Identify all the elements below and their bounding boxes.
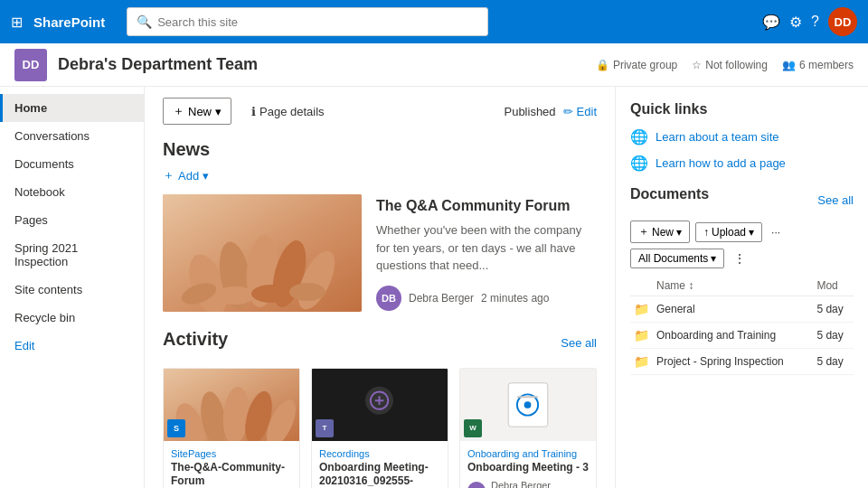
col-name: Name ↕: [653, 276, 813, 296]
page-toolbar: ＋ New ▾ ℹ Page details Published ✏ Edit: [163, 98, 597, 125]
news-section: News ＋ Add ▾: [163, 139, 597, 314]
col-mod: Mod: [813, 276, 854, 296]
docs-all-docs-button[interactable]: All Documents ▾: [630, 249, 724, 268]
activity-cards: S SitePages The-Q&A-Community-Forum DB D…: [163, 368, 597, 489]
folder-mod-2: 5 day: [813, 323, 854, 349]
documents-label: Documents: [14, 157, 74, 171]
card-avatar-3: DB: [467, 482, 486, 488]
svg-point-22: [524, 401, 532, 408]
chat-icon[interactable]: 💬: [762, 14, 780, 31]
docs-more-button[interactable]: ···: [768, 223, 784, 241]
docs-view-button[interactable]: ⋮: [730, 249, 750, 268]
follow-meta[interactable]: ☆ Not following: [692, 59, 768, 71]
card-badge-1: S: [167, 419, 185, 437]
user-avatar[interactable]: DD: [828, 7, 857, 36]
folder-icon-cell-1: 📁: [630, 296, 653, 323]
top-nav-actions: 💬 ⚙ ? DD: [762, 7, 857, 36]
sort-icon: ↕: [688, 279, 693, 292]
waffle-icon[interactable]: ⊞: [11, 14, 23, 31]
news-article-title[interactable]: The Q&A Community Forum: [376, 198, 597, 214]
activity-see-all[interactable]: See all: [561, 336, 597, 350]
card-thumb-3: W: [460, 369, 596, 441]
chevron-icon: ▾: [676, 226, 682, 239]
new-button[interactable]: ＋ New ▾: [163, 98, 231, 125]
card-category-3: Onboarding and Training: [467, 448, 589, 459]
activity-card-2[interactable]: T Recordings Onboarding Meeting-20210316…: [311, 368, 448, 489]
edit-button[interactable]: ✏ Edit: [563, 105, 597, 118]
sidebar-item-pages[interactable]: Pages: [0, 206, 144, 234]
globe-icon-1: 🌐: [630, 128, 648, 145]
sidebar-item-spring[interactable]: Spring 2021 Inspection: [0, 234, 144, 276]
notebook-label: Notebook: [14, 185, 65, 199]
members-meta[interactable]: 👥 6 members: [782, 59, 854, 71]
sidebar-item-recycle-bin[interactable]: Recycle bin: [0, 304, 144, 332]
people-icon: 👥: [782, 59, 796, 71]
card-category-1: SitePages: [171, 448, 292, 459]
table-row-2[interactable]: 📁 Onboarding and Training 5 day: [630, 323, 854, 349]
add-label: Add: [178, 169, 199, 183]
search-input[interactable]: [157, 15, 478, 29]
news-author-row: DB Debra Berger 2 minutes ago: [376, 286, 597, 311]
quick-link-label-2: Learn how to add a page: [656, 156, 786, 170]
news-title: News: [163, 139, 597, 160]
search-bar: 🔍: [127, 7, 488, 36]
author-avatar: DB: [376, 286, 401, 311]
published-status: Published ✏ Edit: [504, 105, 597, 118]
site-meta: 🔒 Private group ☆ Not following 👥 6 memb…: [596, 59, 854, 71]
quick-links-section: Quick links 🌐 Learn about a team site 🌐 …: [630, 101, 854, 172]
table-row-1[interactable]: 📁 General 5 day: [630, 296, 854, 323]
sidebar-item-site-contents[interactable]: Site contents: [0, 276, 144, 304]
chevron-icon: ▾: [749, 226, 754, 239]
card-meta-3: Debra Berger Edited 8 hours ago: [491, 480, 574, 488]
activity-card-3[interactable]: W Onboarding and Training Onboarding Mee…: [459, 368, 597, 489]
col-icon: [630, 276, 653, 296]
quick-link-2[interactable]: 🌐 Learn how to add a page: [630, 155, 854, 172]
svg-point-9: [289, 283, 326, 301]
card-badge-2: T: [316, 419, 334, 437]
card-body-3: Onboarding and Training Onboarding Meeti…: [460, 441, 596, 489]
chevron-down-icon: ▾: [215, 105, 222, 118]
conversations-label: Conversations: [14, 129, 90, 143]
card-category-2: Recordings: [319, 448, 440, 459]
chevron-icon: ▾: [711, 252, 716, 265]
sidebar-item-conversations[interactable]: Conversations: [0, 122, 144, 150]
globe-icon-2: 🌐: [630, 155, 648, 172]
news-add-row[interactable]: ＋ Add ▾: [163, 167, 597, 183]
news-image: [163, 194, 362, 312]
folder-mod-1: 5 day: [813, 296, 854, 323]
page-details-button[interactable]: ℹ Page details: [242, 100, 334, 123]
top-nav: ⊞ SharePoint 🔍 💬 ⚙ ? DD: [0, 0, 868, 43]
sidebar-item-edit[interactable]: Edit: [0, 332, 144, 360]
activity-title: Activity: [163, 329, 228, 350]
help-icon[interactable]: ?: [811, 14, 819, 30]
sidebar-item-home[interactable]: Home: [0, 94, 144, 122]
chevron-down-icon: ▾: [203, 169, 209, 183]
spring-label: Spring 2021 Inspection: [14, 241, 129, 268]
folder-name-2: Onboarding and Training: [653, 323, 813, 349]
docs-header: Documents See all: [630, 186, 854, 213]
table-row-3[interactable]: 📁 Project - Spring Inspection 5 day: [630, 349, 854, 375]
author-name: Debra Berger: [409, 292, 474, 305]
card-author-3: DB Debra Berger Edited 8 hours ago: [467, 480, 589, 488]
layout: Home Conversations Documents Notebook Pa…: [0, 87, 868, 488]
activity-section: Activity See all: [163, 329, 597, 489]
news-content: The Q&A Community Forum Whether you've b…: [376, 194, 597, 314]
quick-link-1[interactable]: 🌐 Learn about a team site: [630, 128, 854, 145]
published-label: Published: [504, 105, 555, 118]
svg-point-8: [251, 285, 291, 303]
info-icon: ℹ: [251, 105, 256, 118]
activity-card-1[interactable]: S SitePages The-Q&A-Community-Forum DB D…: [163, 368, 300, 489]
edit-label: Edit: [14, 339, 34, 352]
settings-icon[interactable]: ⚙: [789, 14, 802, 31]
privacy-meta: 🔒 Private group: [596, 59, 677, 71]
docs-upload-button[interactable]: ↑ Upload ▾: [695, 222, 762, 242]
card-thumb-1: S: [164, 369, 299, 441]
sidebar-item-notebook[interactable]: Notebook: [0, 178, 144, 206]
site-contents-label: Site contents: [14, 283, 82, 296]
sidebar-item-documents[interactable]: Documents: [0, 150, 144, 178]
docs-new-button[interactable]: ＋ New ▾: [630, 221, 690, 243]
home-label: Home: [14, 101, 47, 115]
docs-see-all[interactable]: See all: [817, 193, 854, 207]
star-icon: ☆: [692, 59, 702, 71]
svg-rect-23: [517, 396, 538, 398]
